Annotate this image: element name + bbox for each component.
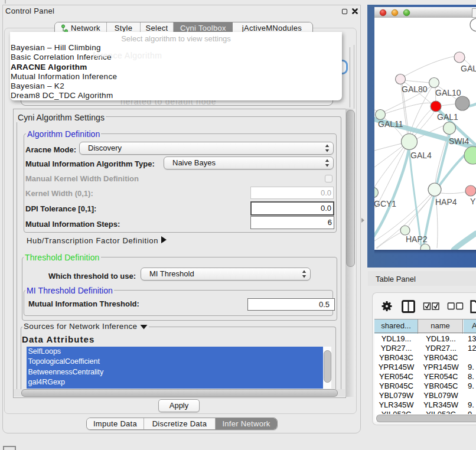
svg-text:GAL80: GAL80: [402, 84, 428, 94]
svg-text:SWI4: SWI4: [449, 136, 469, 146]
svg-text:GAL4: GAL4: [410, 151, 432, 160]
svg-text:HAP2: HAP2: [406, 234, 428, 244]
svg-text:GAL11: GAL11: [378, 119, 403, 129]
svg-text:GAL10: GAL10: [435, 88, 461, 97]
svg-text:HAP4: HAP4: [435, 197, 457, 207]
svg-text:GCY1: GCY1: [374, 199, 396, 208]
svg-text:Y: Y: [470, 197, 476, 206]
svg-text:GAL1: GAL1: [437, 112, 458, 122]
svg-text:GAL: GAL: [461, 64, 476, 73]
